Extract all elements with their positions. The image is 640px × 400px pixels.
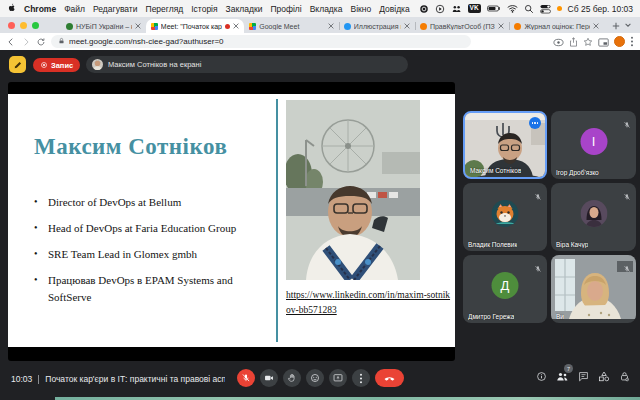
presenting-indicator-badge — [529, 117, 541, 129]
forward-icon[interactable] — [21, 37, 31, 47]
record-icon — [40, 61, 48, 69]
raise-hand-button[interactable] — [283, 369, 301, 387]
menu-help[interactable]: Довідка — [379, 4, 410, 14]
end-call-icon — [383, 372, 396, 385]
tab-close-icon[interactable] — [404, 23, 410, 29]
menu-view[interactable]: Перегляд — [146, 4, 184, 14]
menu-bookmarks[interactable]: Закладки — [226, 4, 263, 14]
share-icon[interactable] — [569, 33, 578, 51]
tab-illustration[interactable]: Иллюстрация концепц... — [339, 19, 415, 33]
play-status-icon[interactable] — [435, 4, 445, 14]
participant-tile-vladyk[interactable]: Владик Полевик — [463, 183, 547, 251]
cat-avatar — [492, 200, 519, 227]
people-panel-button[interactable]: 7 — [556, 371, 569, 382]
tab-pravkultosob[interactable]: ПравКультОсоб (ПЗ): С... — [415, 19, 510, 33]
menu-history[interactable]: Історія — [191, 4, 217, 14]
control-center-icon[interactable] — [540, 4, 551, 14]
wifi-icon[interactable] — [507, 4, 518, 13]
pip-icon[interactable] — [598, 33, 609, 51]
tab-close-icon[interactable] — [498, 23, 504, 29]
participant-tile-dmytro[interactable]: Д Дмитро Гережа — [463, 255, 547, 323]
activities-panel-button[interactable] — [598, 371, 610, 382]
chat-icon — [578, 371, 589, 382]
profile-avatar[interactable] — [614, 36, 625, 47]
address-bar[interactable]: meet.google.com/nsh-ciee-gad?authuser=0 — [51, 35, 471, 48]
menubar-clock[interactable]: Сб 25 бер. 10:03 — [568, 4, 633, 14]
meeting-details-button[interactable] — [536, 371, 547, 382]
present-icon — [333, 373, 343, 383]
speaker-photo — [286, 100, 420, 280]
meeting-time: 10:03 — [11, 374, 32, 384]
more-options-button[interactable] — [352, 369, 370, 387]
reload-icon[interactable] — [36, 37, 46, 47]
initial-avatar: І — [580, 128, 607, 155]
window-close-button[interactable] — [8, 22, 15, 29]
meet-favicon — [249, 23, 256, 30]
screen-recording-indicator — [557, 6, 562, 11]
meeting-panels: 7 — [536, 371, 630, 382]
hand-raise-icon — [287, 373, 297, 383]
annotate-button[interactable] — [9, 56, 26, 73]
slide-divider — [276, 99, 278, 342]
presentation-stage[interactable]: Максим Сотніков Director of DevOps at Be… — [8, 82, 455, 361]
host-controls-button[interactable] — [619, 371, 630, 382]
battery-icon[interactable] — [487, 4, 501, 13]
people-status-icon[interactable] — [451, 4, 462, 14]
mic-off-icon — [623, 259, 631, 277]
tab-close-icon[interactable] — [593, 23, 599, 29]
menu-tab[interactable]: Вкладка — [310, 4, 343, 14]
tab-nubip-calendar[interactable]: НУБіП України – кален... — [61, 19, 146, 33]
tab-close-icon[interactable] — [233, 23, 239, 29]
lock-icon[interactable] — [58, 37, 65, 47]
linkedin-link: https://www.linkedin.com/in/maxim-sotnik… — [286, 288, 454, 317]
new-tab-button[interactable] — [608, 22, 624, 33]
slide-bullet-list: Director of DevOps at Bellum Head of Dev… — [48, 194, 246, 315]
window-zoom-button[interactable] — [32, 22, 39, 29]
slide-bullet: Head of DevOps at Faria Education Group — [48, 220, 246, 237]
macos-menubar: Chrome Файл Редагувати Перегляд Історія … — [0, 0, 640, 17]
reactions-button[interactable] — [306, 369, 324, 387]
back-icon[interactable] — [6, 37, 16, 47]
menu-window[interactable]: Вікно — [350, 4, 371, 14]
mic-off-icon — [534, 187, 542, 205]
mic-off-icon — [534, 259, 542, 277]
bookmark-star-icon[interactable] — [583, 33, 593, 51]
tab-close-icon[interactable] — [135, 23, 141, 29]
menu-profiles[interactable]: Профілі — [270, 4, 301, 14]
chat-panel-button[interactable] — [578, 371, 589, 382]
preview-icon[interactable] — [553, 33, 564, 51]
apple-icon[interactable] — [7, 3, 16, 14]
menu-edit[interactable]: Редагувати — [93, 4, 137, 14]
spotlight-search-icon[interactable] — [524, 4, 534, 14]
window-minimize-button[interactable] — [20, 22, 27, 29]
mic-off-icon — [623, 187, 631, 205]
mic-toggle-button[interactable] — [237, 369, 255, 387]
tab-gradebook[interactable]: Журнал оцінок: Перегл... — [509, 19, 604, 33]
tab-close-icon[interactable] — [328, 23, 334, 29]
more-icon — [359, 373, 363, 384]
participant-tile-ihor[interactable]: І Ігор Дроб'язко — [551, 111, 636, 179]
camera-toggle-button[interactable] — [260, 369, 278, 387]
input-source-badge[interactable]: VK — [468, 4, 481, 13]
smiley-icon — [310, 373, 320, 383]
pen-icon — [13, 60, 23, 70]
participant-tile-maksym[interactable]: Максим Сотніков — [463, 111, 547, 179]
camera-icon — [264, 373, 274, 383]
photo-avatar — [580, 200, 607, 227]
participant-tile-vira[interactable]: Віра Качур — [551, 183, 636, 251]
presenting-banner[interactable]: Максим Сотніков на екрані — [86, 56, 408, 73]
call-controls — [237, 369, 404, 387]
tab-meet-active[interactable]: Meet: "Початок кар... — [146, 19, 244, 33]
mic-off-icon — [241, 373, 251, 383]
chrome-tab-strip: НУБіП України – кален... Meet: "Початок … — [0, 17, 640, 33]
end-call-button[interactable] — [375, 369, 404, 387]
participant-tile-self[interactable]: Ви — [551, 255, 636, 323]
tab-google-meet[interactable]: Google Meet — [244, 19, 339, 33]
menu-file[interactable]: Файл — [64, 4, 85, 14]
shutter-status-icon[interactable] — [419, 4, 429, 14]
presenter-avatar — [92, 59, 103, 70]
tab-favicon — [66, 23, 73, 30]
chrome-menu-kebab-icon[interactable] — [630, 33, 634, 51]
tab-search-menu-icon[interactable] — [624, 21, 640, 33]
present-screen-button[interactable] — [329, 369, 347, 387]
